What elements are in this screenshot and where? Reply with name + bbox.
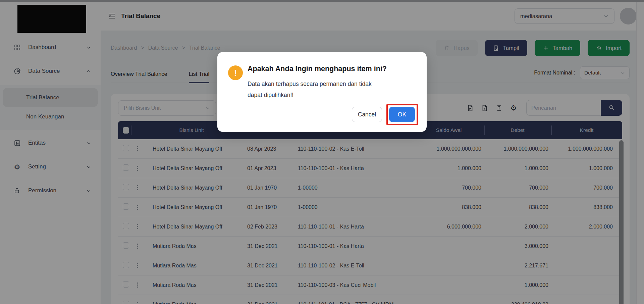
warning-exclamation-icon: ! bbox=[228, 65, 243, 80]
modal-overlay bbox=[0, 0, 644, 304]
dialog-body-line: dapat dipulihkan!! bbox=[248, 92, 293, 99]
cancel-button[interactable]: Cancel bbox=[352, 107, 382, 122]
dialog-title: Apakah Anda Ingin menghapus item ini? bbox=[248, 65, 387, 73]
ok-button[interactable]: OK bbox=[389, 107, 415, 122]
delete-confirm-dialog: ! Apakah Anda Ingin menghapus item ini? … bbox=[217, 52, 427, 132]
dialog-body-line: Data akan terhapus secara permanen dan t… bbox=[248, 81, 372, 88]
